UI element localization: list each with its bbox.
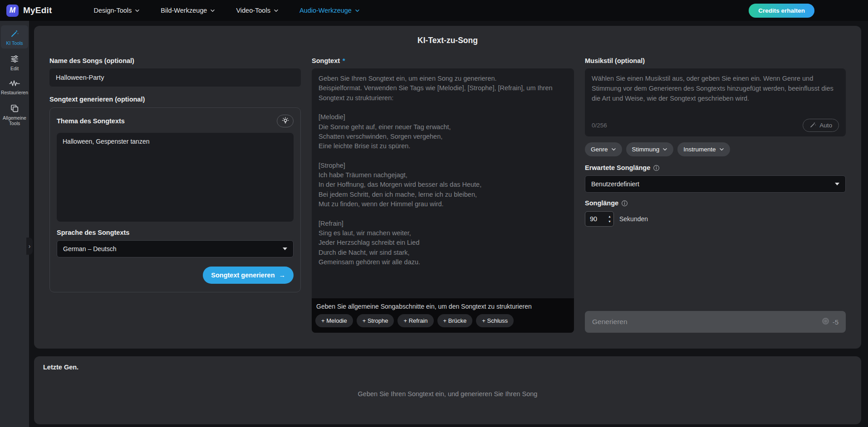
expected-length-select-value: Benutzerdefiniert xyxy=(591,180,639,188)
sidebar-item-label: Restaurieren xyxy=(1,90,28,95)
stimmung-chip-label: Stimmung xyxy=(632,146,660,153)
sidebar-collapse-handle[interactable]: › xyxy=(26,238,33,255)
chevron-down-icon xyxy=(662,148,667,151)
sidebar-item-label: Allgemeine Tools xyxy=(2,115,27,126)
stepper-down-icon[interactable]: ▼ xyxy=(608,220,611,223)
songtext-structure-bar: Geben Sie allgemeine Songabschnitte ein,… xyxy=(312,298,574,333)
songtext-editor: Geben Sie Ihren Songtext ein, um einen S… xyxy=(312,68,574,333)
info-icon[interactable] xyxy=(621,200,628,207)
tool-panel: KI-Text-zu-Song Name des Songs (optional… xyxy=(34,26,861,349)
caret-down-icon xyxy=(835,183,839,185)
generate-lyrics-button-label: Songtext generieren xyxy=(211,272,275,279)
songtext-label-text: Songtext xyxy=(312,57,340,64)
lightbulb-icon xyxy=(281,116,289,126)
magic-wand-icon xyxy=(10,29,19,38)
generate-lyrics-button[interactable]: Songtext generieren → xyxy=(203,267,294,284)
magic-wand-icon xyxy=(809,121,816,130)
generate-lyrics-section-label: Songtext generieren (optional) xyxy=(49,96,301,103)
expected-length-label: Erwartete Songlänge xyxy=(585,164,650,171)
sidebar-item-label: Edit xyxy=(10,66,19,71)
sidebar-item-edit[interactable]: Edit xyxy=(1,51,28,74)
music-style-column: Musikstil (optional) Wählen Sie einen Mu… xyxy=(585,57,846,333)
sidebar-item-ki-tools[interactable]: KI Tools xyxy=(1,25,28,49)
instrumente-chip[interactable]: Instrumente xyxy=(677,142,730,156)
stepper-up-icon[interactable]: ▲ xyxy=(608,215,611,218)
theme-label: Thema des Songtexts xyxy=(57,117,125,125)
chevron-down-icon xyxy=(274,9,279,12)
add-refrain-button[interactable]: + Refrain xyxy=(397,314,433,327)
song-name-input[interactable] xyxy=(49,68,301,87)
genre-chip-label: Genre xyxy=(591,146,608,153)
instrumente-chip-label: Instrumente xyxy=(683,146,716,153)
sliders-icon xyxy=(10,54,19,63)
duration-input[interactable] xyxy=(590,215,603,223)
page-title: KI-Text-zu-Song xyxy=(49,36,846,45)
structure-hint: Geben Sie allgemeine Songabschnitte ein,… xyxy=(315,303,570,310)
add-bruecke-button[interactable]: + Brücke xyxy=(437,314,473,327)
nav-item-design-tools[interactable]: Design-Tools xyxy=(93,7,140,14)
waveform-icon xyxy=(9,80,20,87)
overlap-squares-icon xyxy=(10,104,19,113)
generate-song-button[interactable]: Generieren -5 xyxy=(585,311,846,333)
chevron-down-icon xyxy=(355,9,360,12)
nav-item-audio-werkzeuge[interactable]: Audio-Werkzeuge xyxy=(299,7,360,14)
required-asterisk: * xyxy=(343,57,345,64)
nav-item-video-tools[interactable]: Video-Tools xyxy=(236,7,279,14)
music-style-label: Musikstil (optional) xyxy=(585,57,846,64)
info-icon[interactable] xyxy=(653,165,660,171)
credits-button[interactable]: Credits erhalten xyxy=(749,4,814,18)
main-area: › KI-Text-zu-Song Name des Songs (option… xyxy=(29,21,868,427)
genre-chip[interactable]: Genre xyxy=(585,142,622,156)
sidebar-item-restaurieren[interactable]: Restaurieren xyxy=(1,76,28,98)
song-setup-column: Name des Songs (optional) Songtext gener… xyxy=(49,57,301,333)
music-style-textarea[interactable]: Wählen Sie einen Musikstil aus, oder geb… xyxy=(592,74,839,103)
nav-item-label: Bild-Werkzeuge xyxy=(161,7,207,14)
style-chips-row: Genre Stimmung Instrumente xyxy=(585,142,846,156)
recent-generations-title: Letzte Gen. xyxy=(43,364,852,371)
chevron-down-icon xyxy=(719,148,724,151)
nav-item-label: Design-Tools xyxy=(93,7,132,14)
nav-item-label: Audio-Werkzeuge xyxy=(299,7,352,14)
add-schluss-button[interactable]: + Schluss xyxy=(476,314,514,327)
expected-length-select[interactable]: Benutzerdefiniert xyxy=(585,175,846,193)
auto-style-button-label: Auto xyxy=(819,122,832,129)
auto-style-button[interactable]: Auto xyxy=(803,119,839,132)
nav-item-bild-werkzeuge[interactable]: Bild-Werkzeuge xyxy=(161,7,215,14)
myedit-logo-icon[interactable]: M xyxy=(6,5,19,17)
theme-textarea[interactable]: Halloween, Gespenster tanzen xyxy=(57,133,294,222)
chevron-down-icon xyxy=(210,9,215,12)
songtext-label: Songtext* xyxy=(312,57,574,64)
language-select-value: German – Deutsch xyxy=(63,245,117,252)
nav-menu: Design-Tools Bild-Werkzeuge Video-Tools … xyxy=(93,7,359,14)
recent-empty-message: Geben Sie Ihren Songtext ein, und generi… xyxy=(358,390,538,398)
language-label: Sprache des Songtexts xyxy=(57,229,294,236)
chevron-down-icon xyxy=(611,148,616,151)
char-counter: 0/256 xyxy=(592,122,607,129)
recent-generations-panel: Letzte Gen. Geben Sie Ihren Songtext ein… xyxy=(34,356,861,424)
songtext-textarea[interactable]: Geben Sie Ihren Songtext ein, um einen S… xyxy=(312,68,574,298)
duration-unit-label: Sekunden xyxy=(619,215,648,223)
sidebar-item-label: KI Tools xyxy=(6,40,23,46)
credit-cost: -5 xyxy=(833,318,839,326)
caret-down-icon xyxy=(283,247,287,250)
arrow-right-icon: → xyxy=(279,272,286,279)
add-strophe-button[interactable]: + Strophe xyxy=(357,314,394,327)
duration-label: Songlänge xyxy=(585,199,618,207)
top-nav: M MyEdit Design-Tools Bild-Werkzeuge Vid… xyxy=(0,0,868,21)
sidebar: KI Tools Edit Restaurieren Allgemeine To… xyxy=(0,21,29,427)
duration-stepper: ▲ ▼ xyxy=(585,211,614,227)
stimmung-chip[interactable]: Stimmung xyxy=(626,142,674,156)
songtext-column: Songtext* Geben Sie Ihren Songtext ein, … xyxy=(312,57,574,333)
song-name-label: Name des Songs (optional) xyxy=(49,57,301,64)
sidebar-item-allgemeine-tools[interactable]: Allgemeine Tools xyxy=(1,100,28,129)
brand-name[interactable]: MyEdit xyxy=(23,5,52,15)
idea-suggestion-button[interactable] xyxy=(277,115,294,127)
language-select[interactable]: German – Deutsch xyxy=(57,240,294,257)
music-style-box: Wählen Sie einen Musikstil aus, oder geb… xyxy=(585,68,846,136)
add-melodie-button[interactable]: + Melodie xyxy=(315,314,353,327)
nav-item-label: Video-Tools xyxy=(236,7,270,14)
lyrics-generator-card: Thema des Songtexts Halloween, Gespenste… xyxy=(49,107,301,292)
chevron-down-icon xyxy=(135,9,140,12)
generate-song-button-label: Generieren xyxy=(592,318,628,326)
credit-coin-icon xyxy=(821,317,830,327)
